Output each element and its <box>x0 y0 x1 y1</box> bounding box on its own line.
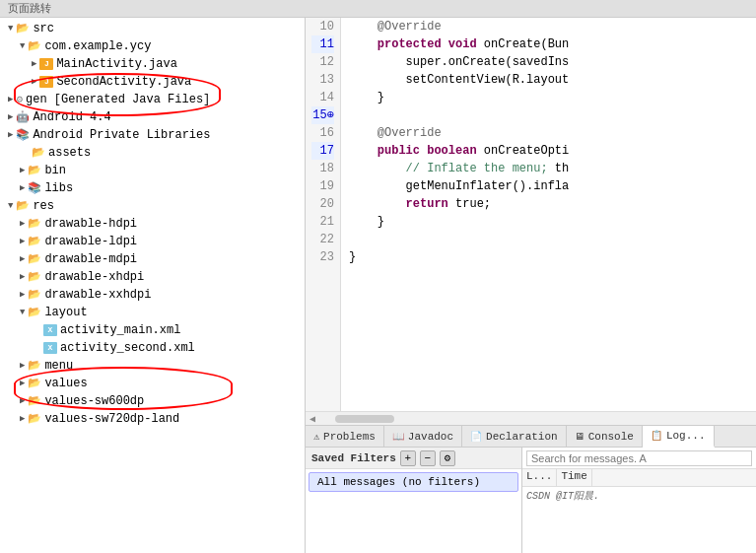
tree-label: drawable-xxhdpi <box>44 286 151 304</box>
log-column-headers: L... Time <box>522 469 756 487</box>
tab-console-label: Console <box>588 431 634 443</box>
tree-label: values-sw600dp <box>44 392 144 410</box>
code-line-24 <box>349 266 748 284</box>
console-icon: 🖥 <box>575 431 584 443</box>
tab-logcat[interactable]: 📋 Log... <box>643 426 715 448</box>
tree-item-assets[interactable]: 📂 assets <box>0 144 305 162</box>
tree-item-com[interactable]: 📂 com.example.ycy <box>0 37 305 55</box>
bottom-panel: ⚠ Problems 📖 Javadoc 📄 Declaration 🖥 Con… <box>306 425 756 553</box>
code-editor: 10 11 12 13 14 15⊕ 16 17 18 19 20 21 22 … <box>306 18 756 411</box>
tree-item-privlibs[interactable]: 📚 Android Private Libraries <box>0 126 305 144</box>
code-line-11: protected void onCreate(Bun <box>349 35 748 53</box>
arrow-icon <box>20 215 25 233</box>
line-num-14: 14 <box>311 89 334 106</box>
col-level: L... <box>522 469 557 486</box>
tree-item-drawable-hdpi[interactable]: 📂 drawable-hdpi <box>0 215 305 233</box>
log-filters-panel: Saved Filters + − ⚙ All messages (no fil… <box>306 448 522 553</box>
scroll-indicator: ◀ <box>306 411 756 425</box>
arrow-icon <box>8 126 13 144</box>
settings-filter-button[interactable]: ⚙ <box>440 450 455 466</box>
bottom-content: Saved Filters + − ⚙ All messages (no fil… <box>306 448 756 553</box>
tree-label: activity_second.xml <box>60 339 195 357</box>
tab-javadoc-label: Javadoc <box>408 431 453 443</box>
line-num-12: 12 <box>311 53 334 71</box>
line-num-23: 23 <box>311 248 334 266</box>
tree-item-drawable-xxhdpi[interactable]: 📂 drawable-xxhdpi <box>0 286 305 304</box>
tree-label: res <box>33 197 54 215</box>
tree-item-res[interactable]: 📂 res <box>0 197 305 215</box>
tree-label: values-sw720dp-land <box>44 410 179 428</box>
tree-item-layout[interactable]: 📂 layout <box>0 304 305 321</box>
all-messages-filter[interactable]: All messages (no filters) <box>309 472 518 492</box>
horizontal-scrollbar[interactable] <box>335 415 394 423</box>
tree-label: gen [Generated Java Files] <box>26 91 210 108</box>
arrow-icon <box>20 286 25 304</box>
tree-item-drawable-ldpi[interactable]: 📂 drawable-ldpi <box>0 233 305 250</box>
line-num-22: 22 <box>311 231 334 248</box>
scroll-left-arrow[interactable]: ◀ <box>309 413 315 425</box>
arrow-icon <box>20 250 25 268</box>
tree-item-secondactivity[interactable]: J SecondActivity.java <box>0 73 305 91</box>
log-footer-credit: CSDN @IT阳晨. <box>522 487 756 505</box>
tree-item-bin[interactable]: 📂 bin <box>0 162 305 179</box>
tab-declaration[interactable]: 📄 Declaration <box>462 426 567 448</box>
logcat-icon: 📋 <box>651 430 662 442</box>
arrow-icon <box>32 73 36 91</box>
tree-item-values-sw600dp[interactable]: 📂 values-sw600dp <box>0 392 305 410</box>
line-num-18: 18 <box>311 160 334 177</box>
tab-javadoc[interactable]: 📖 Javadoc <box>384 426 462 448</box>
code-line-15 <box>349 106 748 124</box>
tree-item-activity-second-xml[interactable]: X activity_second.xml <box>0 339 305 357</box>
log-search-input[interactable] <box>526 450 752 466</box>
code-line-13: setContentView(R.layout <box>349 71 748 89</box>
tree-item-activity-main-xml[interactable]: X activity_main.xml <box>0 321 305 339</box>
tree-item-libs[interactable]: 📚 libs <box>0 179 305 197</box>
tree-label: drawable-xhdpi <box>44 268 144 286</box>
arrow-icon <box>8 108 13 126</box>
tab-logcat-label: Log... <box>666 430 706 442</box>
tree-item-gen[interactable]: ⚙ gen [Generated Java Files] <box>0 91 305 108</box>
tab-console[interactable]: 🖥 Console <box>567 426 643 448</box>
tree-label: com.example.ycy <box>44 37 151 55</box>
line-num-15: 15⊕ <box>311 106 334 124</box>
arrow-icon <box>32 55 36 73</box>
arrow-icon <box>8 20 13 37</box>
line-num-10: 10 <box>311 18 334 35</box>
tree-label: drawable-ldpi <box>44 233 137 250</box>
bottom-tabs-bar: ⚠ Problems 📖 Javadoc 📄 Declaration 🖥 Con… <box>306 426 756 448</box>
problems-icon: ⚠ <box>313 431 319 443</box>
arrow-icon <box>20 375 25 392</box>
tree-label: bin <box>44 162 66 179</box>
tree-label: layout <box>44 304 87 321</box>
tree-item-src[interactable]: 📂 src <box>0 20 305 37</box>
remove-filter-button[interactable]: − <box>420 450 436 466</box>
tree-item-menu[interactable]: 📂 menu <box>0 357 305 375</box>
line-num-16: 16 <box>311 124 334 142</box>
tree-item-android44[interactable]: 🤖 Android 4.4 <box>0 108 305 126</box>
tree-label: assets <box>48 144 91 162</box>
log-toolbar: Saved Filters + − ⚙ <box>306 448 521 469</box>
arrow-icon <box>20 410 25 428</box>
add-filter-button[interactable]: + <box>400 450 416 466</box>
line-num-11: 11 <box>311 35 334 53</box>
tree-item-drawable-mdpi[interactable]: 📂 drawable-mdpi <box>0 250 305 268</box>
saved-filters-label: Saved Filters <box>311 452 396 464</box>
tree-label: SecondActivity.java <box>56 73 191 91</box>
file-tree: 📂 src 📂 com.example.ycy J MainActivity.j… <box>0 18 306 553</box>
declaration-icon: 📄 <box>470 431 482 443</box>
tab-problems-label: Problems <box>323 431 376 443</box>
tree-item-mainactivity[interactable]: J MainActivity.java <box>0 55 305 73</box>
code-line-10: @Override <box>349 18 748 35</box>
line-numbers: 10 11 12 13 14 15⊕ 16 17 18 19 20 21 22 … <box>306 18 341 411</box>
javadoc-icon: 📖 <box>392 431 404 443</box>
tree-item-values-sw720dp-land[interactable]: 📂 values-sw720dp-land <box>0 410 305 428</box>
top-bar-label: 页面跳转 <box>8 1 51 16</box>
tree-item-values[interactable]: 📂 values <box>0 375 305 392</box>
tree-label: drawable-hdpi <box>44 215 137 233</box>
tab-problems[interactable]: ⚠ Problems <box>306 426 384 448</box>
tree-label: Android Private Libraries <box>33 126 210 144</box>
tree-item-drawable-xhdpi[interactable]: 📂 drawable-xhdpi <box>0 268 305 286</box>
arrow-icon <box>20 37 25 55</box>
line-num-20: 20 <box>311 195 334 213</box>
line-num-21: 21 <box>311 213 334 231</box>
